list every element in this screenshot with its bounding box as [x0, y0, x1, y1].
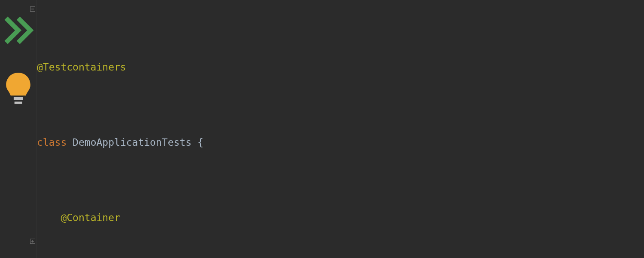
code-line[interactable]: class DemoApplicationTests {: [37, 133, 644, 152]
fold-expand-icon[interactable]: [30, 238, 36, 244]
code-editor[interactable]: @Testcontainers class DemoApplicationTes…: [0, 0, 644, 258]
code-line[interactable]: @Container: [37, 209, 644, 227]
svg-rect-3: [15, 101, 22, 104]
class-name: DemoApplicationTests: [73, 133, 191, 152]
code-line[interactable]: @Testcontainers: [37, 58, 644, 77]
annotation: @Container: [61, 209, 120, 227]
intention-bulb-icon[interactable]: [0, 78, 36, 97]
run-test-icon[interactable]: [0, 21, 36, 40]
keyword: class: [37, 133, 67, 152]
editor-gutter: [0, 0, 37, 258]
svg-rect-2: [14, 97, 23, 100]
code-area[interactable]: @Testcontainers class DemoApplicationTes…: [37, 0, 644, 258]
annotation: @Testcontainers: [37, 58, 126, 77]
brace: {: [191, 133, 204, 152]
fold-collapse-icon[interactable]: [30, 6, 36, 12]
